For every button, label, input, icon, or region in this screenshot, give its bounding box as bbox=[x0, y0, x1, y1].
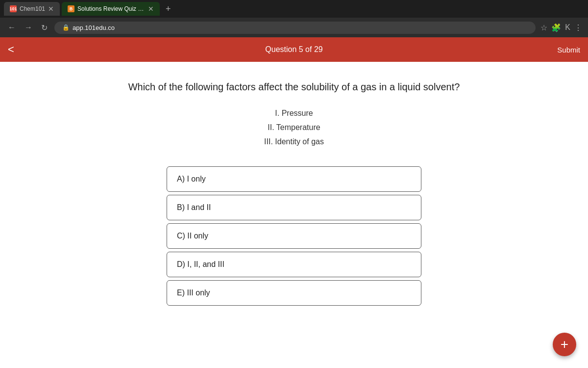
refresh-button[interactable]: ↻ bbox=[39, 21, 49, 34]
submit-button[interactable]: Submit bbox=[557, 46, 580, 54]
lock-icon: 🔒 bbox=[62, 24, 70, 31]
browser-chrome: 101 Chem101 ✕ B Solutions Review Quiz - … bbox=[0, 0, 588, 37]
choice-3: III. Identity of gas bbox=[264, 135, 324, 149]
fab-button[interactable]: + bbox=[553, 333, 576, 356]
tab-quiz[interactable]: B Solutions Review Quiz - CHM1 ✕ bbox=[62, 2, 160, 16]
answer-option-c[interactable]: C) II only bbox=[167, 223, 421, 249]
menu-icon[interactable]: ⋮ bbox=[574, 23, 582, 32]
forward-button[interactable]: → bbox=[23, 21, 34, 34]
tab-chem101-label: Chem101 bbox=[20, 5, 45, 12]
browser-actions: ☆ 🧩 K ⋮ bbox=[540, 23, 582, 32]
tab-bar: 101 Chem101 ✕ B Solutions Review Quiz - … bbox=[0, 0, 588, 18]
tab-quiz-close[interactable]: ✕ bbox=[148, 5, 154, 13]
answer-option-a[interactable]: A) I only bbox=[167, 166, 421, 192]
choice-2: II. Temperature bbox=[264, 121, 324, 135]
main-content: Which of the following factors affect th… bbox=[0, 62, 588, 315]
choice-1: I. Pressure bbox=[264, 106, 324, 121]
chem101-favicon: 101 bbox=[10, 5, 17, 12]
app-header: < Question 5 of 29 Submit bbox=[0, 37, 588, 62]
choices-list: I. Pressure II. Temperature III. Identit… bbox=[264, 106, 324, 149]
question-counter: Question 5 of 29 bbox=[265, 45, 322, 54]
tab-chem101-close[interactable]: ✕ bbox=[48, 5, 54, 13]
question-text: Which of the following factors affect th… bbox=[128, 81, 460, 93]
tab-quiz-label: Solutions Review Quiz - CHM1 bbox=[77, 5, 145, 12]
answer-option-b[interactable]: B) I and II bbox=[167, 195, 421, 220]
profile-icon[interactable]: K bbox=[565, 23, 570, 32]
tab-chem101[interactable]: 101 Chem101 ✕ bbox=[4, 2, 60, 16]
quiz-favicon: B bbox=[68, 5, 74, 12]
bookmark-star-icon[interactable]: ☆ bbox=[540, 23, 547, 32]
extensions-icon[interactable]: 🧩 bbox=[551, 23, 561, 32]
answer-option-e[interactable]: E) III only bbox=[167, 280, 421, 306]
answer-options: A) I only B) I and II C) II only D) I, I… bbox=[167, 166, 421, 306]
back-button[interactable]: ← bbox=[6, 21, 18, 34]
address-input[interactable]: 🔒 app.101edu.co bbox=[54, 22, 536, 34]
new-tab-button[interactable]: + bbox=[162, 4, 175, 14]
back-nav-button[interactable]: < bbox=[8, 43, 14, 56]
address-bar: ← → ↻ 🔒 app.101edu.co ☆ 🧩 K ⋮ bbox=[0, 18, 588, 37]
answer-option-d[interactable]: D) I, II, and III bbox=[167, 252, 421, 277]
address-text: app.101edu.co bbox=[73, 24, 115, 31]
